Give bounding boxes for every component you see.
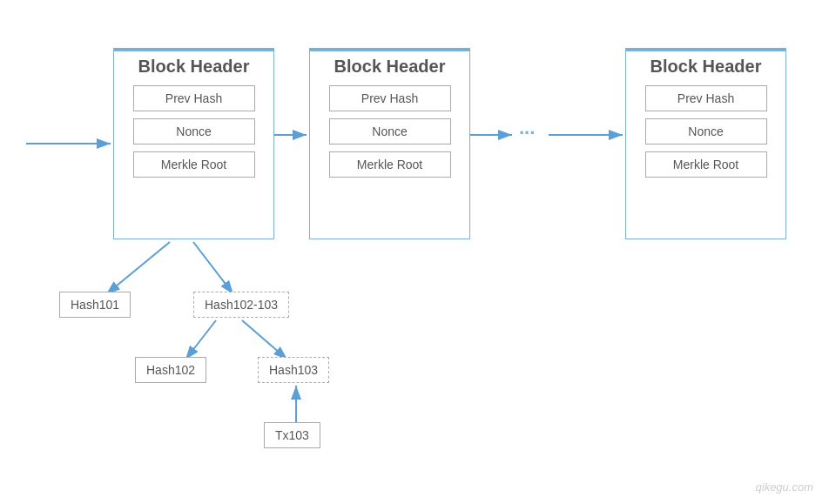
dots-separator: ··· xyxy=(519,122,535,144)
svg-line-7 xyxy=(185,320,216,360)
svg-line-8 xyxy=(242,320,287,360)
hash102-103-box: Hash102-103 xyxy=(193,292,289,318)
block3-merkleroot: Merkle Root xyxy=(645,151,767,178)
hash102-box: Hash102 xyxy=(135,357,206,383)
block1-nonce: Nonce xyxy=(133,118,255,144)
block1-prevhash: Prev Hash xyxy=(133,85,255,111)
block3-prevhash: Prev Hash xyxy=(645,85,767,111)
watermark: qikegu.com xyxy=(756,480,813,494)
block3-nonce: Nonce xyxy=(645,118,767,144)
block2-merkleroot: Merkle Root xyxy=(329,151,451,178)
svg-line-5 xyxy=(106,242,170,294)
block2-title: Block Header xyxy=(310,51,469,85)
svg-line-6 xyxy=(193,242,233,294)
diagram: Block Header Prev Hash Nonce Merkle Root… xyxy=(0,0,829,504)
block2-prevhash: Prev Hash xyxy=(329,85,451,111)
block1-merkleroot: Merkle Root xyxy=(133,151,255,178)
block1: Block Header Prev Hash Nonce Merkle Root xyxy=(113,48,274,239)
block1-title: Block Header xyxy=(114,51,273,85)
hash103-box: Hash103 xyxy=(258,357,329,383)
tx103-box: Tx103 xyxy=(264,422,320,448)
block2-nonce: Nonce xyxy=(329,118,451,144)
block2: Block Header Prev Hash Nonce Merkle Root xyxy=(309,48,470,239)
block3: Block Header Prev Hash Nonce Merkle Root xyxy=(625,48,786,239)
hash101-box: Hash101 xyxy=(59,292,131,318)
block3-title: Block Header xyxy=(626,51,785,85)
